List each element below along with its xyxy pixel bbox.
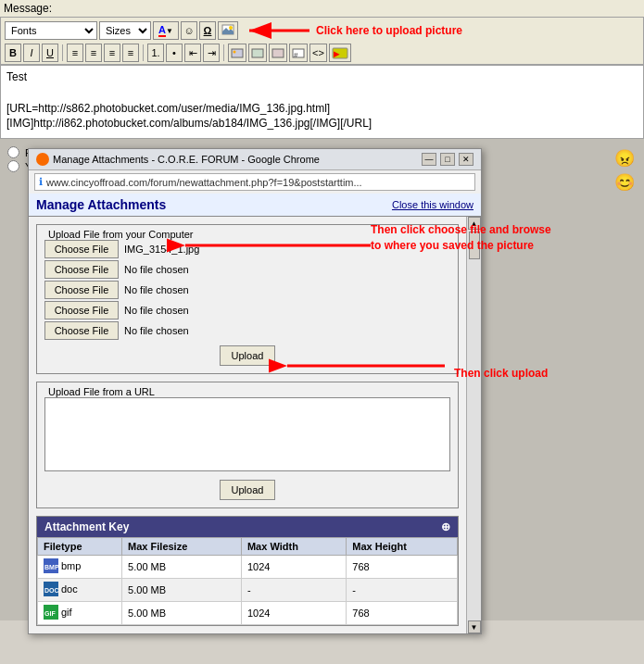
bg-radio-po[interactable] (7, 146, 19, 158)
align-center-button[interactable]: ≡ (85, 44, 102, 62)
svg-point-2 (229, 26, 233, 30)
panel-with-scroll: Upload File from your Computer Choose Fi… (29, 217, 481, 633)
manage-panel: Manage Attachments Close this window (29, 194, 481, 217)
message-label: Message: (0, 0, 644, 17)
sizes-dropdown[interactable]: Sizes (99, 21, 151, 40)
attachment-key-title: Attachment Key (44, 520, 129, 533)
bmp-icon: BMP (44, 558, 58, 573)
color-button[interactable]: A ▼ (153, 21, 179, 40)
upload-url-legend: Upload File from a URL (44, 386, 450, 397)
table-row: BMP bmp 5.00 MB 1024 768 (38, 556, 458, 579)
choose-file-btn-1[interactable]: Choose File (44, 240, 119, 258)
align-justify-button[interactable]: ≡ (122, 44, 139, 62)
special1-button[interactable] (228, 44, 246, 62)
row1-type: BMP bmp (38, 556, 122, 579)
scroll-up-button[interactable]: ▲ (468, 217, 481, 230)
row2-height: - (347, 579, 458, 602)
choose-file-btn-5[interactable]: Choose File (44, 321, 119, 340)
chrome-window: Manage Attachments - C.O.R.E. FORUM - Go… (28, 148, 482, 634)
scrollbar[interactable]: ▲ ▼ (466, 217, 481, 633)
emoji-angry: 😠 (614, 148, 635, 169)
chrome-address-bar[interactable]: ℹ www.cincyoffroad.com/forum/newattachme… (34, 173, 475, 191)
click-here-annotation: Click here to upload picture (316, 24, 462, 37)
close-window-link[interactable]: Close this window (392, 199, 474, 210)
unordered-list-button[interactable]: • (166, 44, 183, 62)
special5-button[interactable]: ▶ (329, 44, 351, 62)
img2-icon (251, 46, 264, 59)
row1-width: 1024 (241, 556, 346, 579)
attachment-key-table: Filetype Max Filesize Max Width Max Heig… (37, 537, 458, 625)
chrome-minimize-button[interactable]: — (422, 153, 436, 166)
emoji-happy: 😊 (614, 172, 635, 193)
svg-rect-7 (252, 49, 263, 57)
file-row-3: Choose File No file chosen (44, 281, 450, 299)
col-width: Max Width (241, 538, 346, 556)
picture-icon (221, 24, 234, 37)
row3-width: 1024 (241, 602, 346, 625)
gif-icon: GIF (44, 605, 58, 620)
row1-filesize: 5.00 MB (122, 556, 242, 579)
separator3 (223, 44, 224, 61)
panel-content: Upload File from your Computer Choose Fi… (29, 217, 466, 633)
outdent-button[interactable]: ⇤ (184, 44, 201, 62)
file-row-4: Choose File No file chosen (44, 301, 450, 319)
upload-url-button[interactable]: Upload (220, 480, 275, 500)
svg-text:GIF: GIF (44, 610, 56, 617)
file-row-2: Choose File No file chosen (44, 260, 450, 279)
emoji-button[interactable]: ☺ (181, 21, 197, 40)
indent-button[interactable]: ⇥ (203, 44, 220, 62)
file-label-1: IMG_3154_1.jpg (124, 244, 199, 255)
scroll-down-button[interactable]: ▼ (468, 620, 481, 633)
toolbar: Fonts Sizes A ▼ ☺ Ω (0, 17, 644, 65)
url-input[interactable] (44, 397, 450, 471)
info-icon: ℹ (39, 176, 43, 188)
code-button[interactable]: <> (309, 44, 327, 62)
svg-point-6 (234, 51, 236, 54)
align-right-button[interactable]: ≡ (104, 44, 120, 62)
emoji-area: 😠 😊 (614, 148, 635, 193)
bold-button[interactable]: B (5, 44, 21, 62)
svg-text:▶: ▶ (334, 50, 340, 58)
col-height: Max Height (347, 538, 458, 556)
insert-icon: # (292, 46, 305, 59)
svg-text:BMP: BMP (44, 564, 58, 570)
italic-button[interactable]: I (23, 44, 40, 62)
ordered-list-button[interactable]: 1. (147, 44, 164, 62)
message-line4: [IMG]http://i862.photobucket.com/albums/… (6, 116, 638, 132)
special3-button[interactable] (269, 44, 287, 62)
row2-type: DOC doc (38, 579, 122, 602)
chrome-close-button[interactable]: ✕ (459, 153, 474, 166)
img3-icon (271, 46, 284, 59)
img-insert-icon (231, 46, 244, 59)
svg-rect-8 (272, 49, 284, 57)
message-body[interactable]: Test [URL=http://s862.photobucket.com/us… (0, 65, 644, 139)
choose-file-btn-4[interactable]: Choose File (44, 301, 119, 319)
message-line3: [URL=http://s862.photobucket.com/user/me… (6, 101, 638, 117)
row1-height: 768 (347, 556, 458, 579)
chrome-title-area: Manage Attachments - C.O.R.E. FORUM - Go… (36, 153, 320, 166)
choose-file-btn-3[interactable]: Choose File (44, 281, 119, 299)
col-filesize: Max Filesize (122, 538, 242, 556)
font-button[interactable]: Ω (199, 21, 216, 40)
align-left-button[interactable]: ≡ (67, 44, 83, 62)
fonts-dropdown[interactable]: Fonts (5, 21, 97, 40)
bg-radio-yo[interactable] (7, 160, 19, 172)
underline-button[interactable]: U (42, 44, 58, 62)
chrome-titlebar: Manage Attachments - C.O.R.E. FORUM - Go… (29, 149, 481, 170)
special2-button[interactable] (248, 44, 267, 62)
row3-filesize: 5.00 MB (122, 602, 242, 625)
scrollbar-thumb[interactable] (469, 232, 480, 259)
upload-computer-legend: Upload File from your Computer (44, 229, 450, 240)
table-row: GIF gif 5.00 MB 1024 768 (38, 602, 458, 625)
upload-url-section: Upload File from a URL Upload (36, 382, 459, 508)
file-row-5: Choose File No file chosen (44, 321, 450, 340)
choose-file-btn-2[interactable]: Choose File (44, 260, 119, 279)
upload-computer-section: Upload File from your Computer Choose Fi… (36, 224, 459, 374)
chrome-maximize-button[interactable]: □ (440, 153, 455, 166)
special4-button[interactable]: # (289, 44, 308, 62)
upload-computer-button[interactable]: Upload (220, 345, 275, 366)
modal-area: Po Yo 😠 😊 Manage Attachments - C.O.R.E. … (0, 139, 644, 620)
address-text: www.cincyoffroad.com/forum/newattachment… (46, 177, 362, 188)
upload-picture-button[interactable] (218, 21, 238, 40)
chrome-title-text: Manage Attachments - C.O.R.E. FORUM - Go… (53, 154, 320, 165)
